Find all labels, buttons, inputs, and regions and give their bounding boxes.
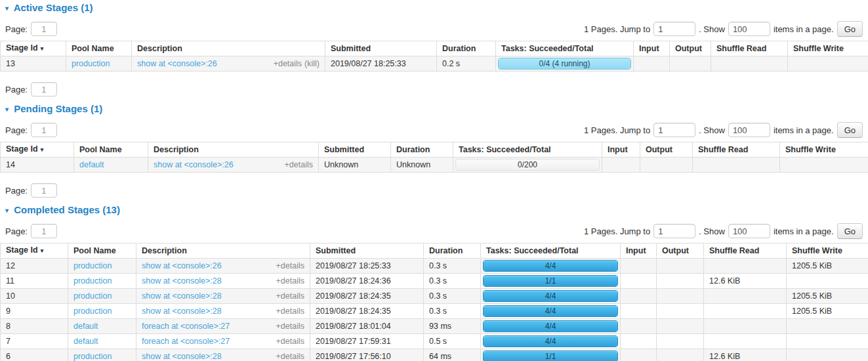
column-header-output[interactable]: Output xyxy=(657,244,704,259)
pool-name-link[interactable]: production xyxy=(73,307,112,316)
show-count-input[interactable] xyxy=(728,123,770,137)
column-label: Shuffle Read xyxy=(709,246,759,255)
kill-link[interactable]: (kill) xyxy=(304,59,320,68)
stage-description-link[interactable]: show at <console>:26 xyxy=(137,60,217,68)
column-label: Submitted xyxy=(331,44,371,53)
section-title[interactable]: ▾ Pending Stages (1) xyxy=(0,101,868,115)
description-actions: +details xyxy=(285,161,313,169)
details-toggle[interactable]: +details xyxy=(285,160,313,169)
progress-label: 1/1 xyxy=(484,351,617,361)
column-header-duration[interactable]: Duration xyxy=(437,41,496,56)
page-number-input[interactable] xyxy=(31,123,57,137)
page-number-input[interactable] xyxy=(31,224,57,238)
jump-to-input[interactable] xyxy=(653,224,695,238)
pool-name-link[interactable]: production xyxy=(73,291,112,301)
column-header-shuffle-write[interactable]: Shuffle Write xyxy=(788,41,868,56)
go-button[interactable]: Go xyxy=(837,21,863,37)
page-number-input[interactable] xyxy=(31,183,57,198)
collapse-arrow-icon: ▾ xyxy=(5,106,9,113)
column-header-description[interactable]: Description xyxy=(132,41,325,56)
details-toggle[interactable]: +details xyxy=(276,322,304,331)
stage-description-link[interactable]: show at <console>:28 xyxy=(142,292,222,301)
go-button[interactable]: Go xyxy=(837,122,863,138)
section-title[interactable]: ▾ Active Stages (1) xyxy=(0,0,868,14)
column-label: Shuffle Write xyxy=(792,246,842,255)
stage-description-link[interactable]: show at <console>:28 xyxy=(142,307,222,316)
details-toggle[interactable]: +details xyxy=(276,352,304,361)
column-header-pool-name[interactable]: Pool Name xyxy=(66,41,132,56)
pool-name-link[interactable]: production xyxy=(73,276,112,286)
column-header-shuffle-read[interactable]: Shuffle Read xyxy=(704,244,787,259)
pool-name-link[interactable]: default xyxy=(73,337,98,346)
details-toggle[interactable]: +details xyxy=(276,307,304,316)
column-header-pool-name[interactable]: Pool Name xyxy=(74,142,148,158)
stage-description-link[interactable]: show at <console>:26 xyxy=(142,262,222,270)
go-button[interactable]: Go xyxy=(837,223,863,239)
table-row: 6productionshow at <console>:28+details2… xyxy=(1,349,868,361)
column-label: Description xyxy=(137,44,182,53)
page-number-input[interactable] xyxy=(31,22,57,36)
details-toggle[interactable]: +details xyxy=(276,276,304,286)
shuffle-write-cell xyxy=(787,334,868,349)
column-header-stage-id[interactable]: Stage Id▾ xyxy=(1,244,68,259)
section-title-text: Active Stages (1) xyxy=(14,2,93,13)
table-header-row: Stage Id▾Pool NameDescriptionSubmittedDu… xyxy=(1,142,868,158)
details-toggle[interactable]: +details xyxy=(276,291,304,301)
pager-row-bottom: Page: xyxy=(0,182,868,199)
column-header-output[interactable]: Output xyxy=(640,142,693,158)
column-header-duration[interactable]: Duration xyxy=(391,142,453,158)
column-header-input[interactable]: Input xyxy=(634,41,670,56)
column-header-shuffle-write[interactable]: Shuffle Write xyxy=(787,244,868,259)
pool-name-link[interactable]: production xyxy=(73,261,112,270)
column-header-tasks[interactable]: Tasks: Succeeded/Total xyxy=(496,41,634,56)
pool-name-link[interactable]: production xyxy=(73,352,112,361)
input-cell xyxy=(621,274,657,289)
table-row: 7defaultforeach at <console>:27+details2… xyxy=(1,334,868,349)
column-header-submitted[interactable]: Submitted xyxy=(319,142,391,158)
column-header-duration[interactable]: Duration xyxy=(424,244,481,259)
details-toggle[interactable]: +details xyxy=(276,261,304,270)
column-header-description[interactable]: Description xyxy=(136,244,310,259)
column-header-input[interactable]: Input xyxy=(602,142,640,158)
column-header-tasks[interactable]: Tasks: Succeeded/Total xyxy=(453,142,602,158)
show-count-input[interactable] xyxy=(728,224,770,238)
section-title[interactable]: ▾ Completed Stages (13) xyxy=(0,202,868,216)
column-header-stage-id[interactable]: Stage Id▾ xyxy=(1,142,74,158)
column-header-stage-id[interactable]: Stage Id▾ xyxy=(1,41,66,56)
submitted-cell: 2019/08/27 18:25:33 xyxy=(310,259,424,274)
column-header-submitted[interactable]: Submitted xyxy=(310,244,424,259)
column-header-pool-name[interactable]: Pool Name xyxy=(68,244,136,259)
stage-description-link[interactable]: foreach at <console>:27 xyxy=(142,322,230,331)
column-header-shuffle-read[interactable]: Shuffle Read xyxy=(711,41,788,56)
show-count-input[interactable] xyxy=(728,22,770,36)
pool-name-link[interactable]: default xyxy=(79,160,104,169)
column-label: Input xyxy=(639,44,659,53)
column-header-submitted[interactable]: Submitted xyxy=(325,41,437,56)
details-toggle[interactable]: +details xyxy=(276,337,304,346)
column-header-tasks[interactable]: Tasks: Succeeded/Total xyxy=(481,244,621,259)
column-header-shuffle-read[interactable]: Shuffle Read xyxy=(693,142,780,158)
column-label: Output xyxy=(662,246,689,255)
tasks-progress-bar: 1/1 xyxy=(483,350,618,361)
stage-description-link[interactable]: show at <console>:28 xyxy=(142,277,222,286)
description-content: show at <console>:28+details xyxy=(142,352,304,361)
jump-to-input[interactable] xyxy=(653,123,695,137)
column-header-input[interactable]: Input xyxy=(621,244,657,259)
details-toggle[interactable]: +details xyxy=(274,59,302,68)
section-active-stages: ▾ Active Stages (1) Page: 1 Pages. Jump … xyxy=(0,0,868,98)
shuffle-write-cell xyxy=(787,349,868,361)
column-header-shuffle-write[interactable]: Shuffle Write xyxy=(780,142,868,158)
tasks-cell: 0/4 (4 running) xyxy=(496,56,634,72)
pool-name-link[interactable]: default xyxy=(73,322,98,331)
pool-name-link[interactable]: production xyxy=(72,59,110,68)
stage-description-link[interactable]: show at <console>:28 xyxy=(142,352,222,361)
sort-desc-icon: ▾ xyxy=(41,146,44,153)
page-number-input[interactable] xyxy=(31,82,57,96)
stage-description-link[interactable]: foreach at <console>:27 xyxy=(142,337,230,346)
output-cell xyxy=(657,274,704,289)
stage-description-link[interactable]: show at <console>:26 xyxy=(154,161,234,169)
jump-to-input[interactable] xyxy=(653,22,695,36)
column-header-description[interactable]: Description xyxy=(148,142,319,158)
tasks-cell: 4/4 xyxy=(481,289,621,304)
column-header-output[interactable]: Output xyxy=(670,41,711,56)
